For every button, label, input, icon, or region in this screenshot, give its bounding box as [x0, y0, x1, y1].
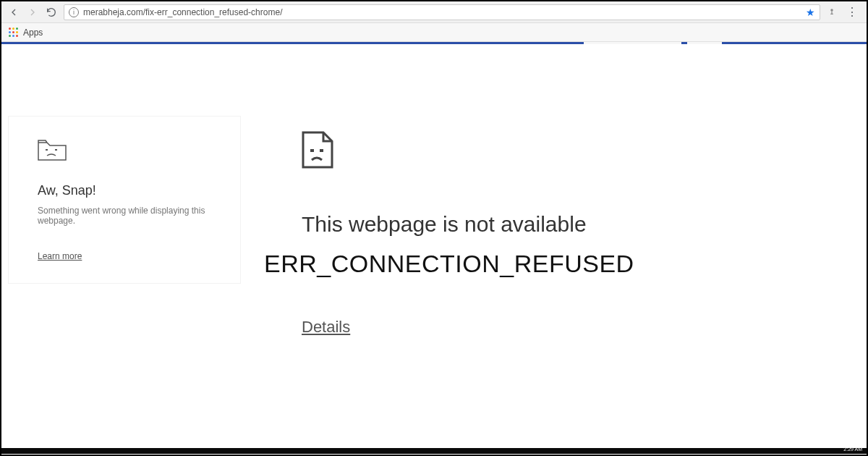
- reload-button[interactable]: [45, 6, 58, 19]
- aw-snap-title: Aw, Snap!: [38, 183, 211, 198]
- sad-folder-icon: [38, 138, 67, 161]
- main-error-panel: This webpage is not available ERR_CONNEC…: [302, 131, 808, 337]
- back-button[interactable]: [7, 6, 20, 19]
- site-info-icon[interactable]: i: [69, 7, 79, 17]
- url-text: merabheja.com/fix-err_connection_refused…: [83, 7, 801, 17]
- browser-toolbar: i merabheja.com/fix-err_connection_refus…: [1, 1, 867, 23]
- bookmarks-bar: Apps: [1, 23, 867, 42]
- chrome-menu-icon[interactable]: ⋮: [843, 5, 861, 19]
- forward-button[interactable]: [26, 6, 39, 19]
- aw-snap-card: Aw, Snap! Something went wrong while dis…: [9, 117, 240, 283]
- extension-icon[interactable]: [826, 7, 838, 18]
- page-content: Aw, Snap! Something went wrong while dis…: [1, 44, 867, 454]
- error-code: ERR_CONNECTION_REFUSED: [264, 250, 808, 278]
- apps-icon[interactable]: [9, 28, 19, 38]
- windows-taskbar[interactable]: 2:29 AM: [1, 448, 867, 454]
- bookmark-star-icon[interactable]: ★: [806, 7, 815, 18]
- address-bar[interactable]: i merabheja.com/fix-err_connection_refus…: [64, 4, 820, 20]
- details-link[interactable]: Details: [302, 318, 808, 337]
- svg-rect-2: [55, 149, 57, 151]
- apps-label[interactable]: Apps: [23, 28, 43, 38]
- error-heading: This webpage is not available: [302, 212, 808, 237]
- svg-point-0: [830, 9, 833, 12]
- taskbar-clock: 2:29 AM: [843, 447, 862, 452]
- learn-more-link[interactable]: Learn more: [38, 251, 211, 261]
- aw-snap-subtitle: Something went wrong while displaying th…: [38, 206, 211, 226]
- svg-rect-4: [320, 149, 323, 152]
- sad-document-icon: [302, 131, 333, 169]
- svg-rect-1: [46, 149, 48, 151]
- svg-rect-3: [310, 149, 314, 152]
